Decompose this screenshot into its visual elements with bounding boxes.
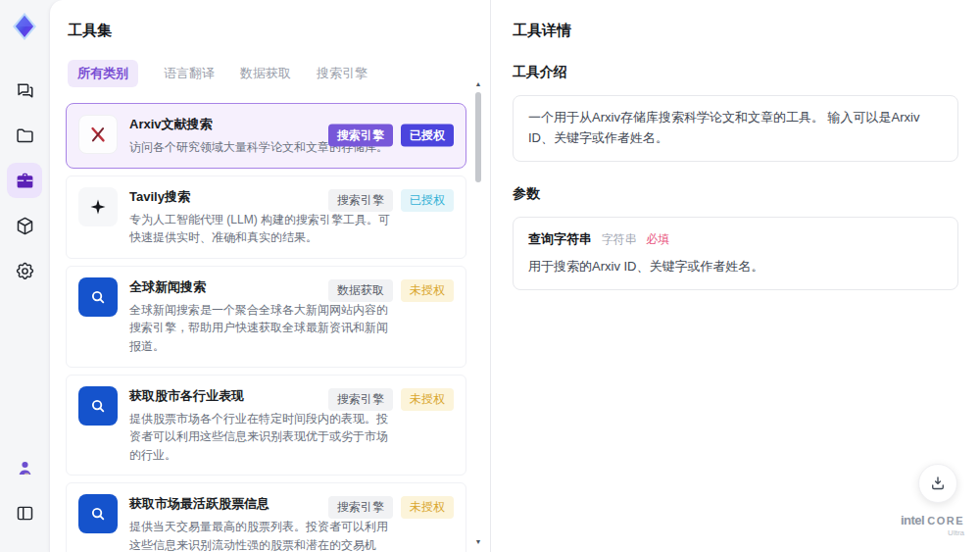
page-title: 工具集 xyxy=(68,22,466,40)
category-badge: 数据获取 xyxy=(328,279,393,302)
tool-desc: 专为人工智能代理 (LLM) 构建的搜索引擎工具。可快速提供实时、准确和真实的结… xyxy=(129,211,396,247)
tab-language-translation[interactable]: 语言翻译 xyxy=(164,65,215,82)
params-heading: 参数 xyxy=(513,185,958,203)
param-type: 字符串 xyxy=(602,232,637,246)
stock-search-icon xyxy=(78,494,118,533)
category-badge: 搜索引擎 xyxy=(328,388,393,411)
tool-card-global-news[interactable]: 全球新闻搜索 全球新闻搜索是一个聚合全球各大新闻网站内容的搜索引擎，帮助用户快速… xyxy=(66,266,466,368)
scrollbar-thumb[interactable] xyxy=(475,92,481,182)
app-logo xyxy=(8,10,41,43)
category-badge: 搜索引擎 xyxy=(328,125,393,147)
news-search-icon xyxy=(78,277,118,317)
category-tabs: 所有类别 语言翻译 数据获取 搜索引擎 xyxy=(68,60,466,87)
auth-badge: 未授权 xyxy=(401,279,454,302)
sparkle-icon xyxy=(78,187,118,226)
auth-badge: 已授权 xyxy=(401,189,454,212)
category-badge: 搜索引擎 xyxy=(328,496,393,519)
auth-badge: 未授权 xyxy=(401,388,454,411)
main-surface: 工具集 所有类别 语言翻译 数据获取 搜索引擎 A xyxy=(49,0,980,552)
cube-icon[interactable] xyxy=(7,208,42,243)
tab-data-fetch[interactable]: 数据获取 xyxy=(240,65,291,82)
scroll-down-icon[interactable]: ▼ xyxy=(473,538,483,546)
briefcase-icon[interactable] xyxy=(7,163,42,198)
chat-icon[interactable] xyxy=(7,73,42,108)
tab-all-categories[interactable]: 所有类别 xyxy=(68,60,138,87)
arxiv-icon xyxy=(78,115,118,154)
tool-desc: 提供股票市场各个行业在特定时间段内的表现。投资者可以利用这些信息来识别表现优于或… xyxy=(129,410,396,465)
category-badge: 搜索引擎 xyxy=(328,189,393,212)
list-scrollbar[interactable]: ▲ ▼ xyxy=(473,80,483,546)
intel-core-logo: intelCORE Ultra xyxy=(901,511,964,538)
tool-desc: 全球新闻搜索是一个聚合全球各大新闻网站内容的搜索引擎，帮助用户快速获取全球最新资… xyxy=(129,301,396,356)
scroll-up-icon[interactable]: ▲ xyxy=(473,80,483,88)
user-icon[interactable] xyxy=(7,450,42,485)
tool-desc: 提供当天交易量最高的股票列表。投资者可以利用这些信息来识别流动性强的股票和潜在的… xyxy=(129,518,396,552)
param-box: 查询字符串 字符串 必填 用于搜索的Arxiv ID、关键字或作者姓名。 xyxy=(513,217,958,291)
auth-badge: 未授权 xyxy=(401,496,454,519)
param-desc: 用于搜索的Arxiv ID、关键字或作者姓名。 xyxy=(528,257,943,277)
sidebar-rail xyxy=(0,0,49,552)
tool-details-panel: 工具详情 工具介绍 一个用于从Arxiv存储库搜索科学论文和文章的工具。 输入可… xyxy=(491,0,980,552)
tool-card-stock-sectors[interactable]: 获取股市各行业表现 提供股票市场各个行业在特定时间段内的表现。投资者可以利用这些… xyxy=(66,375,466,477)
tool-card-tavily[interactable]: Tavily搜索 专为人工智能代理 (LLM) 构建的搜索引擎工具。可快速提供实… xyxy=(66,176,466,259)
intro-text: 一个用于从Arxiv存储库搜索科学论文和文章的工具。 输入可以是Arxiv ID… xyxy=(528,110,919,145)
toolset-panel: 工具集 所有类别 语言翻译 数据获取 搜索引擎 A xyxy=(50,0,491,552)
intro-box: 一个用于从Arxiv存储库搜索科学论文和文章的工具。 输入可以是Arxiv ID… xyxy=(513,95,958,162)
download-icon xyxy=(929,475,947,492)
stock-search-icon xyxy=(78,386,118,426)
auth-badge: 已授权 xyxy=(401,125,454,147)
param-required-badge: 必填 xyxy=(646,232,669,246)
gear-icon[interactable] xyxy=(7,253,42,288)
details-title: 工具详情 xyxy=(513,22,958,40)
folder-icon[interactable] xyxy=(7,118,42,153)
app-window: 工具集 所有类别 语言翻译 数据获取 搜索引擎 A xyxy=(0,0,980,552)
tab-search-engine[interactable]: 搜索引擎 xyxy=(317,65,368,82)
tool-list: Arxiv文献搜索 访问各个研究领域大量科学论文和文章的存储库。 搜索引擎 已授… xyxy=(66,103,466,552)
intro-heading: 工具介绍 xyxy=(513,64,958,81)
tool-card-active-stocks[interactable]: 获取市场最活跃股票信息 提供当天交易量最高的股票列表。投资者可以利用这些信息来识… xyxy=(66,482,466,552)
param-name: 查询字符串 xyxy=(528,231,592,246)
panel-layout-icon[interactable] xyxy=(7,495,42,530)
download-button[interactable] xyxy=(918,464,957,503)
tool-card-arxiv[interactable]: Arxiv文献搜索 访问各个研究领域大量科学论文和文章的存储库。 搜索引擎 已授… xyxy=(66,103,466,169)
